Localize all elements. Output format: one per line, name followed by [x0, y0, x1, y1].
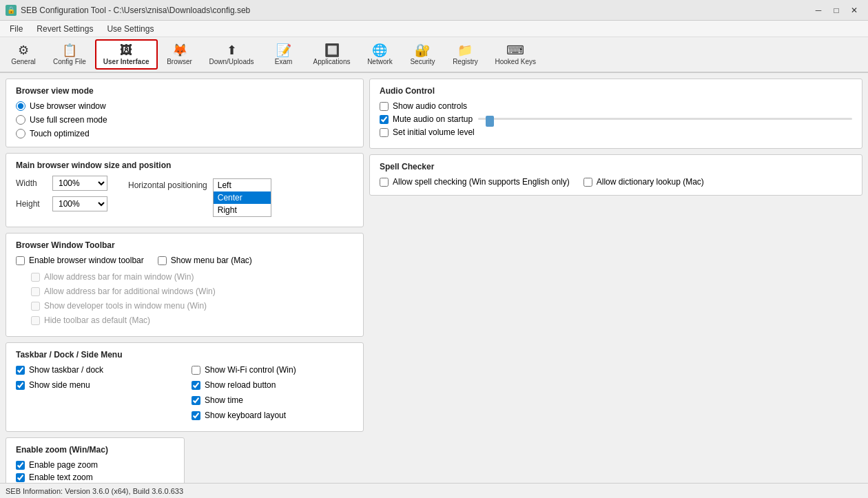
- enable-toolbar-input[interactable]: [16, 256, 25, 265]
- position-right[interactable]: Right: [214, 204, 271, 216]
- position-listbox[interactable]: Left Center Right: [213, 178, 271, 217]
- show-dev-tools-input[interactable]: [31, 302, 40, 311]
- radio-full-screen-label: Use full screen mode: [30, 115, 107, 125]
- height-row: Height 100% 90% 80% 75% 50%: [16, 196, 107, 211]
- height-label: Height: [16, 199, 47, 209]
- allow-address-additional-input[interactable]: [31, 287, 40, 296]
- show-side-menu-checkbox[interactable]: Show side menu: [16, 380, 178, 390]
- tab-down-uploads[interactable]: ⬆ Down/Uploads: [202, 39, 262, 70]
- allow-dictionary-checkbox[interactable]: Allow dictionary lookup (Mac): [583, 177, 704, 187]
- show-audio-controls-checkbox[interactable]: Show audio controls: [380, 101, 852, 111]
- tab-network[interactable]: 🌐 Network: [359, 39, 400, 70]
- enable-toolbar-checkbox[interactable]: Enable browser window toolbar: [16, 256, 144, 265]
- radio-full-screen[interactable]: Use full screen mode: [16, 115, 353, 125]
- taskbar-title: Taskbar / Dock / Side Menu: [16, 350, 353, 360]
- downloads-icon: ⬆: [227, 44, 237, 56]
- show-reload-button-checkbox[interactable]: Show reload button: [192, 380, 353, 390]
- allow-spell-checking-checkbox[interactable]: Allow spell checking (Win supports Engli…: [380, 177, 570, 187]
- allow-address-main-input[interactable]: [31, 273, 40, 282]
- hide-toolbar-default-checkbox[interactable]: Hide toolbar as default (Mac): [31, 315, 353, 325]
- close-button[interactable]: ✕: [846, 3, 862, 17]
- taskbar-section: Taskbar / Dock / Side Menu Show taskbar …: [6, 342, 364, 432]
- enable-text-zoom-input[interactable]: [16, 473, 25, 482]
- window-title: SEB Configuration Tool - C:\Users\znisa\…: [21, 6, 250, 15]
- show-time-label: Show time: [205, 395, 243, 405]
- show-side-menu-input[interactable]: [16, 381, 25, 390]
- set-volume-level-checkbox[interactable]: Set initial volume level: [380, 127, 852, 137]
- window-controls: ─ □ ✕: [810, 3, 862, 17]
- show-dev-tools-checkbox[interactable]: Show developer tools in window menu (Win…: [31, 301, 353, 311]
- restore-button[interactable]: □: [828, 3, 845, 17]
- enable-text-zoom-checkbox[interactable]: Enable text zoom: [16, 473, 174, 482]
- show-audio-controls-label: Show audio controls: [393, 101, 467, 111]
- allow-dictionary-input[interactable]: [583, 178, 592, 187]
- tab-security[interactable]: 🔐 Security: [402, 39, 443, 70]
- minimize-button[interactable]: ─: [810, 3, 827, 17]
- tab-hooked-keys[interactable]: ⌨ Hooked Keys: [487, 39, 543, 70]
- position-center[interactable]: Center: [214, 191, 271, 204]
- tab-user-interface[interactable]: 🖼 User Interface: [95, 39, 158, 70]
- tab-browser[interactable]: 🦊 Browser: [159, 39, 200, 70]
- show-taskbar-checkbox[interactable]: Show taskbar / dock: [16, 365, 178, 375]
- enable-page-zoom-checkbox[interactable]: Enable page zoom: [16, 460, 174, 470]
- tab-registry[interactable]: 📁 Registry: [444, 39, 486, 70]
- left-panel: Browser view mode Use browser window Use…: [6, 79, 364, 477]
- set-volume-level-input[interactable]: [380, 128, 389, 137]
- main-content: Browser view mode Use browser window Use…: [0, 73, 868, 483]
- show-time-input[interactable]: [192, 396, 200, 405]
- menu-bar: File Revert Settings Use Settings: [0, 21, 868, 37]
- taskbar-grid: Show taskbar / dock Show Wi-Fi control (…: [16, 365, 353, 423]
- tab-applications[interactable]: 🔲 Applications: [306, 39, 358, 70]
- volume-track: [478, 118, 852, 120]
- tab-exam[interactable]: 📝 Exam: [263, 39, 304, 70]
- spell-row: Allow spell checking (Win supports Engli…: [380, 177, 852, 187]
- show-menu-bar-input[interactable]: [158, 256, 167, 265]
- show-audio-controls-input[interactable]: [380, 102, 389, 111]
- tab-config-file[interactable]: 📋 Config File: [45, 39, 94, 70]
- show-wifi-label: Show Wi-Fi control (Win): [205, 365, 296, 375]
- show-wifi-input[interactable]: [192, 366, 200, 375]
- enable-toolbar-label: Enable browser window toolbar: [29, 256, 144, 265]
- show-menu-bar-label: Show menu bar (Mac): [171, 256, 252, 265]
- width-row: Width 100% 90% 80% 75% 50%: [16, 176, 107, 191]
- height-select[interactable]: 100% 90% 80% 75% 50%: [52, 196, 107, 211]
- allow-spell-checking-input[interactable]: [380, 178, 389, 187]
- status-bar: SEB Information: Version 3.6.0 (x64), Bu…: [0, 483, 868, 498]
- show-menu-bar-checkbox[interactable]: Show menu bar (Mac): [158, 256, 252, 265]
- radio-browser-window[interactable]: Use browser window: [16, 101, 353, 111]
- radio-touch[interactable]: Touch optimized: [16, 129, 353, 138]
- mute-audio-checkbox[interactable]: Mute audio on startup: [380, 114, 473, 124]
- enable-text-zoom-label: Enable text zoom: [29, 473, 93, 482]
- volume-slider-thumb[interactable]: [486, 116, 494, 127]
- show-time-checkbox[interactable]: Show time: [192, 395, 353, 405]
- show-reload-button-input[interactable]: [192, 381, 200, 390]
- config-icon: 📋: [62, 44, 77, 56]
- menu-use[interactable]: Use Settings: [100, 22, 161, 36]
- network-icon: 🌐: [372, 44, 387, 56]
- hooked-keys-icon: ⌨: [506, 44, 524, 56]
- zoom-title: Enable zoom (Win/Mac): [16, 445, 174, 455]
- radio-touch-input[interactable]: [16, 129, 25, 138]
- hide-toolbar-default-label: Hide toolbar as default (Mac): [44, 315, 150, 325]
- browser-toolbar-section: Browser Window Toolbar Enable browser wi…: [6, 233, 364, 337]
- menu-file[interactable]: File: [3, 22, 30, 36]
- show-keyboard-layout-input[interactable]: [192, 411, 200, 420]
- show-taskbar-label: Show taskbar / dock: [29, 365, 103, 375]
- radio-browser-window-input[interactable]: [16, 101, 25, 111]
- spell-checker-title: Spell Checker: [380, 162, 852, 172]
- enable-page-zoom-input[interactable]: [16, 461, 25, 470]
- show-taskbar-input[interactable]: [16, 366, 25, 375]
- tab-general[interactable]: ⚙ General: [3, 39, 44, 70]
- hide-toolbar-default-input[interactable]: [31, 316, 40, 325]
- radio-full-screen-input[interactable]: [16, 115, 25, 125]
- allow-address-main-checkbox[interactable]: Allow address bar for main window (Win): [31, 272, 353, 282]
- exam-icon: 📝: [276, 44, 291, 56]
- position-left[interactable]: Left: [214, 179, 271, 191]
- show-keyboard-layout-checkbox[interactable]: Show keyboard layout: [192, 411, 353, 420]
- audio-control-title: Audio Control: [380, 86, 852, 96]
- width-select[interactable]: 100% 90% 80% 75% 50%: [52, 176, 107, 191]
- menu-revert[interactable]: Revert Settings: [30, 22, 100, 36]
- mute-audio-input[interactable]: [380, 115, 389, 124]
- allow-address-additional-checkbox[interactable]: Allow address bar for additional windows…: [31, 287, 353, 296]
- show-wifi-checkbox[interactable]: Show Wi-Fi control (Win): [192, 365, 353, 375]
